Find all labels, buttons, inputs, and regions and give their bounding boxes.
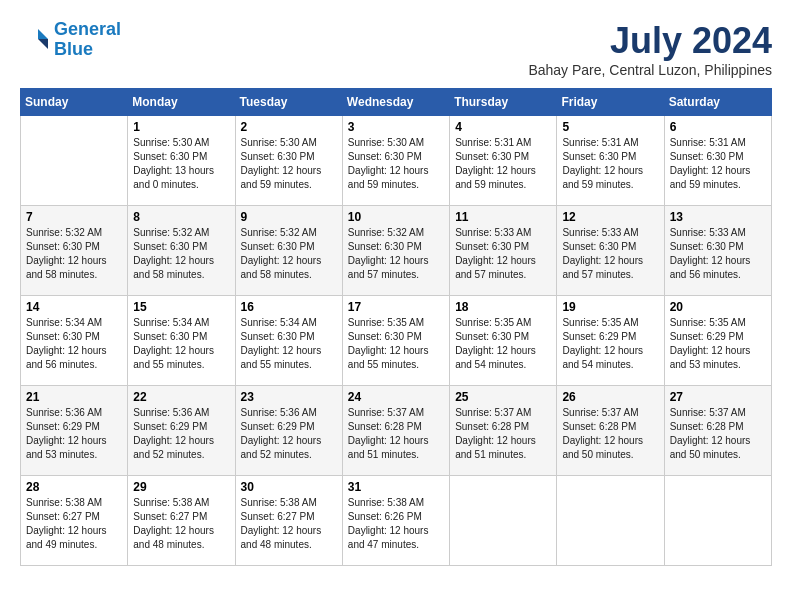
calendar-cell: 26Sunrise: 5:37 AMSunset: 6:28 PMDayligh… [557, 386, 664, 476]
day-info: Sunrise: 5:33 AMSunset: 6:30 PMDaylight:… [562, 226, 658, 282]
calendar-cell: 29Sunrise: 5:38 AMSunset: 6:27 PMDayligh… [128, 476, 235, 566]
svg-marker-0 [38, 29, 48, 39]
calendar-cell: 1Sunrise: 5:30 AMSunset: 6:30 PMDaylight… [128, 116, 235, 206]
calendar-cell: 12Sunrise: 5:33 AMSunset: 6:30 PMDayligh… [557, 206, 664, 296]
day-number: 9 [241, 210, 337, 224]
calendar-cell: 2Sunrise: 5:30 AMSunset: 6:30 PMDaylight… [235, 116, 342, 206]
day-info: Sunrise: 5:37 AMSunset: 6:28 PMDaylight:… [670, 406, 766, 462]
day-info: Sunrise: 5:30 AMSunset: 6:30 PMDaylight:… [133, 136, 229, 192]
day-number: 18 [455, 300, 551, 314]
calendar-cell: 23Sunrise: 5:36 AMSunset: 6:29 PMDayligh… [235, 386, 342, 476]
day-number: 30 [241, 480, 337, 494]
calendar-cell: 8Sunrise: 5:32 AMSunset: 6:30 PMDaylight… [128, 206, 235, 296]
calendar-cell: 28Sunrise: 5:38 AMSunset: 6:27 PMDayligh… [21, 476, 128, 566]
logo: General Blue [20, 20, 121, 60]
day-number: 23 [241, 390, 337, 404]
day-number: 7 [26, 210, 122, 224]
day-number: 21 [26, 390, 122, 404]
calendar-cell: 30Sunrise: 5:38 AMSunset: 6:27 PMDayligh… [235, 476, 342, 566]
day-number: 1 [133, 120, 229, 134]
day-number: 6 [670, 120, 766, 134]
day-number: 27 [670, 390, 766, 404]
day-info: Sunrise: 5:37 AMSunset: 6:28 PMDaylight:… [348, 406, 444, 462]
day-number: 29 [133, 480, 229, 494]
calendar-cell: 10Sunrise: 5:32 AMSunset: 6:30 PMDayligh… [342, 206, 449, 296]
day-number: 28 [26, 480, 122, 494]
day-info: Sunrise: 5:38 AMSunset: 6:27 PMDaylight:… [241, 496, 337, 552]
logo-line1: General [54, 19, 121, 39]
day-info: Sunrise: 5:37 AMSunset: 6:28 PMDaylight:… [455, 406, 551, 462]
calendar-cell: 31Sunrise: 5:38 AMSunset: 6:26 PMDayligh… [342, 476, 449, 566]
day-info: Sunrise: 5:32 AMSunset: 6:30 PMDaylight:… [26, 226, 122, 282]
title-block: July 2024 Bahay Pare, Central Luzon, Phi… [528, 20, 772, 78]
day-info: Sunrise: 5:30 AMSunset: 6:30 PMDaylight:… [348, 136, 444, 192]
calendar-cell: 5Sunrise: 5:31 AMSunset: 6:30 PMDaylight… [557, 116, 664, 206]
calendar-week-row: 28Sunrise: 5:38 AMSunset: 6:27 PMDayligh… [21, 476, 772, 566]
day-info: Sunrise: 5:30 AMSunset: 6:30 PMDaylight:… [241, 136, 337, 192]
day-number: 5 [562, 120, 658, 134]
day-number: 4 [455, 120, 551, 134]
day-number: 2 [241, 120, 337, 134]
calendar-cell: 14Sunrise: 5:34 AMSunset: 6:30 PMDayligh… [21, 296, 128, 386]
calendar-cell: 9Sunrise: 5:32 AMSunset: 6:30 PMDaylight… [235, 206, 342, 296]
day-info: Sunrise: 5:35 AMSunset: 6:29 PMDaylight:… [670, 316, 766, 372]
page-header: General Blue July 2024 Bahay Pare, Centr… [20, 20, 772, 78]
calendar-week-row: 7Sunrise: 5:32 AMSunset: 6:30 PMDaylight… [21, 206, 772, 296]
svg-marker-1 [38, 39, 48, 49]
calendar-cell: 7Sunrise: 5:32 AMSunset: 6:30 PMDaylight… [21, 206, 128, 296]
logo-text: General Blue [54, 20, 121, 60]
calendar-cell: 11Sunrise: 5:33 AMSunset: 6:30 PMDayligh… [450, 206, 557, 296]
day-info: Sunrise: 5:38 AMSunset: 6:27 PMDaylight:… [133, 496, 229, 552]
calendar-week-row: 1Sunrise: 5:30 AMSunset: 6:30 PMDaylight… [21, 116, 772, 206]
day-number: 26 [562, 390, 658, 404]
calendar-week-row: 21Sunrise: 5:36 AMSunset: 6:29 PMDayligh… [21, 386, 772, 476]
logo-icon [20, 25, 50, 55]
calendar-cell [664, 476, 771, 566]
calendar-cell: 4Sunrise: 5:31 AMSunset: 6:30 PMDaylight… [450, 116, 557, 206]
weekday-header-cell: Saturday [664, 89, 771, 116]
calendar-body: 1Sunrise: 5:30 AMSunset: 6:30 PMDaylight… [21, 116, 772, 566]
weekday-header-cell: Friday [557, 89, 664, 116]
day-number: 12 [562, 210, 658, 224]
day-info: Sunrise: 5:33 AMSunset: 6:30 PMDaylight:… [670, 226, 766, 282]
day-info: Sunrise: 5:33 AMSunset: 6:30 PMDaylight:… [455, 226, 551, 282]
calendar-cell: 16Sunrise: 5:34 AMSunset: 6:30 PMDayligh… [235, 296, 342, 386]
day-info: Sunrise: 5:32 AMSunset: 6:30 PMDaylight:… [348, 226, 444, 282]
day-number: 31 [348, 480, 444, 494]
day-info: Sunrise: 5:36 AMSunset: 6:29 PMDaylight:… [133, 406, 229, 462]
calendar-cell: 25Sunrise: 5:37 AMSunset: 6:28 PMDayligh… [450, 386, 557, 476]
calendar-week-row: 14Sunrise: 5:34 AMSunset: 6:30 PMDayligh… [21, 296, 772, 386]
day-number: 8 [133, 210, 229, 224]
day-info: Sunrise: 5:35 AMSunset: 6:29 PMDaylight:… [562, 316, 658, 372]
day-info: Sunrise: 5:36 AMSunset: 6:29 PMDaylight:… [241, 406, 337, 462]
day-info: Sunrise: 5:34 AMSunset: 6:30 PMDaylight:… [241, 316, 337, 372]
day-info: Sunrise: 5:34 AMSunset: 6:30 PMDaylight:… [26, 316, 122, 372]
day-info: Sunrise: 5:38 AMSunset: 6:26 PMDaylight:… [348, 496, 444, 552]
calendar-cell: 19Sunrise: 5:35 AMSunset: 6:29 PMDayligh… [557, 296, 664, 386]
calendar-cell [557, 476, 664, 566]
day-info: Sunrise: 5:35 AMSunset: 6:30 PMDaylight:… [455, 316, 551, 372]
day-info: Sunrise: 5:31 AMSunset: 6:30 PMDaylight:… [455, 136, 551, 192]
calendar-cell: 20Sunrise: 5:35 AMSunset: 6:29 PMDayligh… [664, 296, 771, 386]
calendar-cell: 18Sunrise: 5:35 AMSunset: 6:30 PMDayligh… [450, 296, 557, 386]
day-number: 17 [348, 300, 444, 314]
day-number: 22 [133, 390, 229, 404]
weekday-header-cell: Wednesday [342, 89, 449, 116]
calendar-cell: 27Sunrise: 5:37 AMSunset: 6:28 PMDayligh… [664, 386, 771, 476]
calendar-cell: 21Sunrise: 5:36 AMSunset: 6:29 PMDayligh… [21, 386, 128, 476]
weekday-header-cell: Tuesday [235, 89, 342, 116]
day-number: 11 [455, 210, 551, 224]
calendar-cell: 24Sunrise: 5:37 AMSunset: 6:28 PMDayligh… [342, 386, 449, 476]
day-number: 15 [133, 300, 229, 314]
day-number: 13 [670, 210, 766, 224]
day-number: 20 [670, 300, 766, 314]
calendar-cell: 15Sunrise: 5:34 AMSunset: 6:30 PMDayligh… [128, 296, 235, 386]
calendar-cell: 22Sunrise: 5:36 AMSunset: 6:29 PMDayligh… [128, 386, 235, 476]
day-number: 19 [562, 300, 658, 314]
day-number: 16 [241, 300, 337, 314]
calendar-cell: 3Sunrise: 5:30 AMSunset: 6:30 PMDaylight… [342, 116, 449, 206]
day-number: 14 [26, 300, 122, 314]
day-info: Sunrise: 5:34 AMSunset: 6:30 PMDaylight:… [133, 316, 229, 372]
day-info: Sunrise: 5:32 AMSunset: 6:30 PMDaylight:… [133, 226, 229, 282]
calendar-cell: 13Sunrise: 5:33 AMSunset: 6:30 PMDayligh… [664, 206, 771, 296]
